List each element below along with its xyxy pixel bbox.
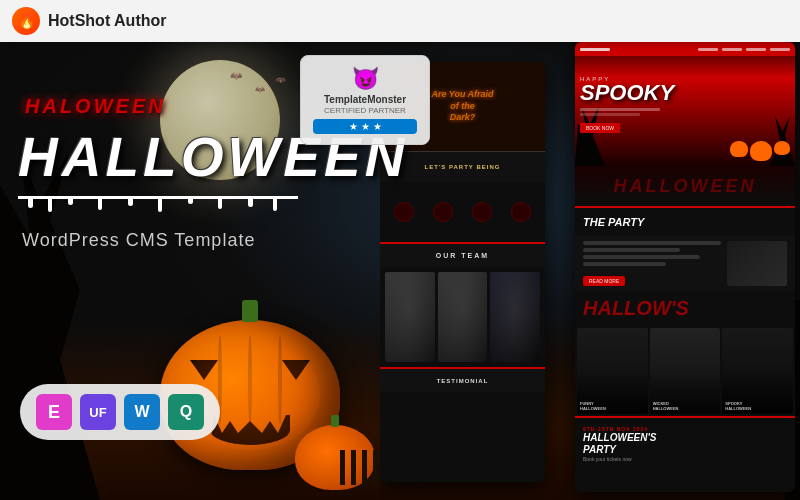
prev-hero-text: Are You Afraidof theDark? <box>431 89 493 124</box>
prev-nav-link-1 <box>698 48 718 51</box>
header-title: HotShot Author <box>48 12 166 30</box>
fence-post <box>340 450 345 485</box>
bat-2: 🦇 <box>255 85 265 94</box>
prev-event-3: SPOOKYHALLOWEEN <box>722 328 793 414</box>
prev-nav-logo <box>580 48 610 51</box>
prev-icon-1 <box>394 202 414 222</box>
prev-line-2 <box>580 113 640 116</box>
prev-event-1: FUNNYHALLOWEEN <box>577 328 648 414</box>
prev-nav-link-4 <box>770 48 790 51</box>
tm-badge-certified: CERTIFIED PARTNER <box>313 106 417 115</box>
prev-party-content: READ MORE <box>575 236 795 291</box>
prev-icon-2 <box>433 202 453 222</box>
quix-icon[interactable]: Q <box>168 394 204 430</box>
prev-party2-title: HALLOWEEN'SPARTY <box>583 432 787 456</box>
elementor-icon[interactable]: E <box>36 394 72 430</box>
fence-post <box>373 450 378 485</box>
prev-pumpkin-1 <box>730 141 748 157</box>
bat-1: 🦇 <box>230 70 242 81</box>
fire-emoji: 🔥 <box>18 13 35 29</box>
drip-decoration <box>18 196 298 214</box>
star-3: ★ <box>373 121 382 132</box>
prev-team-label: OUR TEAM <box>380 242 545 267</box>
tm-badge-icon: 😈 <box>313 66 417 92</box>
bat-3: 🦇 <box>275 75 286 85</box>
prev-hero-lines <box>580 108 790 116</box>
prev-icon-4 <box>511 202 531 222</box>
prev-event-label-3: SPOOKYHALLOWEEN <box>725 401 790 411</box>
star-1: ★ <box>349 121 358 132</box>
logo-icon: 🔥 <box>12 7 40 35</box>
subtitle: WordPress CMS Template <box>22 230 255 251</box>
prev-party-line-2 <box>583 248 680 252</box>
prev-party-text: READ MORE <box>583 241 721 286</box>
prev-the-party: THE PARTY <box>575 206 795 236</box>
header-logo[interactable]: 🔥 HotShot Author <box>12 7 166 35</box>
prev-party-line-3 <box>583 255 700 259</box>
prev-party2-sub: Book your tickets now <box>583 456 787 462</box>
prev-pumpkin-2 <box>750 141 772 161</box>
prev-team-img-3 <box>490 272 540 362</box>
prev-nav-link-3 <box>746 48 766 51</box>
uf-icon[interactable]: UF <box>80 394 116 430</box>
preview-container: Are You Afraidof theDark? LET'S PARTY BE… <box>380 42 800 500</box>
header-bar: 🔥 HotShot Author <box>0 0 800 42</box>
prev-nav-links <box>698 48 790 51</box>
prev-party-line-4 <box>583 262 666 266</box>
prev-pumpkin-3 <box>774 141 790 155</box>
tm-badge-name: TemplateMonster <box>313 94 417 106</box>
uf-letter: UF <box>89 405 106 420</box>
prev-team-img-1 <box>385 272 435 362</box>
prev-party-btn: READ MORE <box>583 276 625 286</box>
prev-spooky-section: HAPPY SPOOKY BOOK NOW <box>580 76 790 134</box>
prev-hero-btn: BOOK NOW <box>580 123 620 133</box>
prev-halloween-title: HALLOWEEN <box>575 166 795 206</box>
prev-party-img <box>727 241 787 286</box>
elementor-letter: E <box>48 402 60 423</box>
prev-line-1 <box>580 108 660 111</box>
prev-team-img-2 <box>438 272 488 362</box>
wordpress-icon[interactable]: W <box>124 394 160 430</box>
prev-event-label-2: WICKEDHALLOWEEN <box>653 401 718 411</box>
wp-letter: W <box>134 403 149 421</box>
star-2: ★ <box>361 121 370 132</box>
prev-party2: 9TH-25TH NOV 2024 HALLOWEEN'SPARTY Book … <box>575 416 795 466</box>
prev-event-2: WICKEDHALLOWEEN <box>650 328 721 414</box>
fence-post <box>351 450 356 485</box>
prev-hallows: HALLOW'S <box>575 291 795 326</box>
q-letter: Q <box>180 403 192 421</box>
prev-event-label-1: FUNNYHALLOWEEN <box>580 401 645 411</box>
prev-party-line-1 <box>583 241 721 245</box>
tm-badge: 😈 TemplateMonster CERTIFIED PARTNER ★ ★ … <box>300 55 430 145</box>
prev-right-nav <box>575 42 795 56</box>
preview-right-panel: HAPPY SPOOKY BOOK NOW HALLOWEEN THE <box>575 42 795 492</box>
prev-team-imgs <box>380 267 545 367</box>
prev-pumpkins <box>730 141 790 161</box>
prev-nav-link-2 <box>722 48 742 51</box>
prev-right-hero: HAPPY SPOOKY BOOK NOW <box>575 56 795 166</box>
prev-icons-row <box>380 182 545 242</box>
prev-testimonial-label: TESTIMONIAL <box>380 367 545 392</box>
prev-event-imgs: FUNNYHALLOWEEN WICKEDHALLOWEEN SPOOKYHAL… <box>575 326 795 416</box>
tm-stars: ★ ★ ★ <box>313 119 417 134</box>
fence-post <box>362 450 367 485</box>
prev-spooky-text: SPOOKY <box>580 82 790 104</box>
plugin-icons-bar: E UF W Q <box>20 384 220 440</box>
halloween-small-title: HALOWEEN <box>25 95 166 118</box>
prev-icon-3 <box>472 202 492 222</box>
